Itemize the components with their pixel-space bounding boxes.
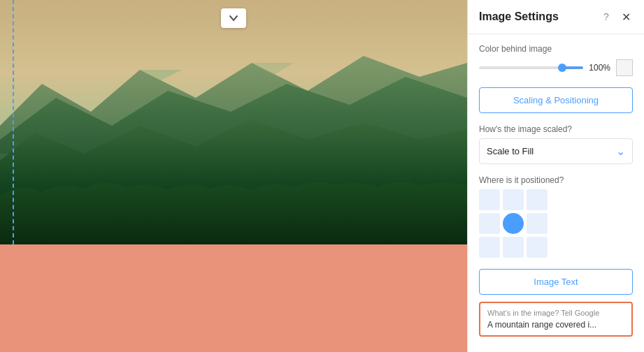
alt-text-value: A mountain range covered i... (487, 320, 624, 330)
panel-close-button[interactable]: ✕ (619, 10, 633, 24)
scaling-tab[interactable]: Scaling & Positioning (479, 87, 633, 113)
alt-text-hint: What's in the image? Tell Google (487, 309, 624, 317)
panel-header: Image Settings ? ✕ (468, 0, 644, 34)
drag-down-icon (228, 13, 239, 24)
panel-help-button[interactable]: ? (599, 10, 613, 24)
scaling-value: Scale to Fill (487, 146, 534, 156)
pos-bot-left[interactable] (479, 237, 500, 258)
panel-body: Color behind image 100% Scaling & Positi… (468, 34, 644, 352)
image-text-tab[interactable]: Image Text (479, 269, 633, 295)
top-drag-handle[interactable] (221, 8, 246, 28)
mountain-background (0, 0, 467, 244)
position-label: Where is it positioned? (479, 175, 633, 185)
pos-top-center[interactable] (503, 189, 524, 210)
pos-mid-right[interactable] (527, 213, 548, 234)
slider-thumb (558, 64, 566, 72)
canvas-area: Strip Strip Change Strip Background (0, 0, 467, 352)
color-section-label: Color behind image (479, 44, 633, 54)
panel-title: Image Settings (479, 10, 599, 23)
position-grid (479, 189, 633, 258)
opacity-value: 100% (589, 63, 610, 73)
salmon-strip: Strip Strip Change Strip Background (0, 244, 467, 352)
pos-top-right[interactable] (527, 189, 548, 210)
color-swatch[interactable] (616, 59, 633, 76)
scaling-label: How's the image scaled? (479, 124, 633, 134)
opacity-slider[interactable] (479, 66, 583, 69)
image-settings-panel: Image Settings ? ✕ Color behind image 10… (467, 0, 644, 352)
mountain-svg (0, 0, 467, 244)
color-row: 100% (479, 59, 633, 76)
pos-bot-center[interactable] (503, 237, 524, 258)
pos-mid-left[interactable] (479, 213, 500, 234)
scaling-dropdown[interactable]: Scale to Fill ⌄ (479, 138, 633, 164)
pos-top-left[interactable] (479, 189, 500, 210)
dashed-border (13, 0, 14, 244)
chevron-down-icon: ⌄ (616, 145, 625, 158)
alt-text-box[interactable]: What's in the image? Tell Google A mount… (479, 302, 633, 337)
pos-mid-center[interactable] (503, 213, 524, 234)
pos-bot-right[interactable] (527, 237, 548, 258)
